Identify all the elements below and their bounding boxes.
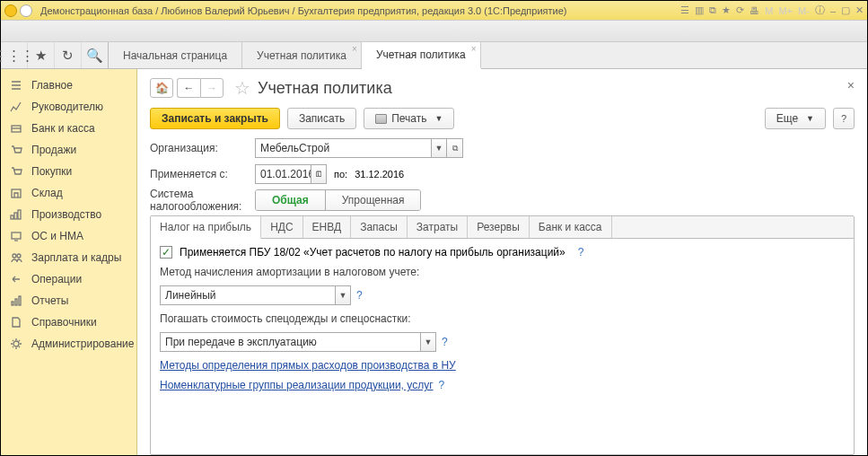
- svg-rect-2: [11, 215, 13, 219]
- sidebar-item-reports[interactable]: Отчеты: [1, 290, 136, 311]
- form-tabs: Налог на прибыль НДС ЕНВД Запасы Затраты…: [151, 216, 854, 239]
- tab-accounting-policy-2[interactable]: Учетная политика×: [362, 42, 481, 69]
- chevron-down-icon[interactable]: ▼: [431, 138, 447, 158]
- date-from[interactable]: 01.01.2016 🗓: [255, 164, 327, 184]
- sidebar-item-catalogs[interactable]: Справочники: [1, 311, 136, 333]
- tab-profit-tax[interactable]: Налог на прибыль: [151, 216, 261, 239]
- spets-combo[interactable]: При передаче в эксплуатацию ▼: [160, 332, 436, 352]
- svg-rect-4: [18, 210, 21, 219]
- svg-rect-3: [14, 213, 17, 219]
- chevron-down-icon[interactable]: ▼: [335, 285, 351, 305]
- menubar: [1, 21, 867, 42]
- minimize-icon[interactable]: –: [830, 5, 836, 16]
- svg-point-7: [17, 254, 21, 258]
- to-label: по:: [334, 169, 347, 180]
- close-icon[interactable]: ×: [352, 45, 357, 54]
- back-button[interactable]: ←: [177, 78, 200, 98]
- help-button[interactable]: ?: [833, 108, 855, 129]
- sidebar-item-admin[interactable]: Администрирование: [1, 333, 136, 355]
- tb-icon-5[interactable]: ⟳: [736, 4, 744, 16]
- tb-icon-6[interactable]: 🖶: [750, 5, 759, 16]
- tab-reserves[interactable]: Резервы: [468, 216, 530, 238]
- sidebar-item-main[interactable]: Главное: [1, 75, 136, 96]
- pbu-label: Применяется ПБУ 18/02 «Учет расчетов по …: [180, 246, 566, 259]
- write-and-close-button[interactable]: Записать и закрыть: [150, 108, 280, 129]
- org-combo[interactable]: МебельСтрой ▼ ⧉: [255, 138, 463, 158]
- sidebar-item-assets[interactable]: ОС и НМА: [1, 225, 136, 247]
- apps-icon[interactable]: ⋮⋮⋮: [1, 42, 28, 68]
- tab-bank[interactable]: Банк и касса: [530, 216, 612, 238]
- tab-accounting-policy-1[interactable]: Учетная политика×: [242, 42, 362, 68]
- tb-icon-mp[interactable]: M+: [778, 5, 793, 16]
- sidebar-item-warehouse[interactable]: Склад: [1, 182, 136, 204]
- close-content-icon[interactable]: ×: [847, 78, 855, 92]
- tb-icon-3[interactable]: ⧉: [709, 4, 716, 16]
- tb-icon-info[interactable]: ⓘ: [815, 4, 825, 17]
- date-to: 31.12.2016: [355, 169, 404, 180]
- calendar-icon[interactable]: 🗓: [311, 164, 327, 184]
- forward-button[interactable]: →: [200, 78, 224, 98]
- amort-label: Метод начисления амортизации в налоговом…: [160, 266, 845, 278]
- tab-costs[interactable]: Затраты: [408, 216, 468, 238]
- sidebar-item-purchases[interactable]: Покупки: [1, 161, 136, 182]
- tabstrip: ⋮⋮⋮ ★ ↻ 🔍 Начальная страница Учетная пол…: [1, 42, 867, 69]
- tab-envd[interactable]: ЕНВД: [303, 216, 352, 238]
- tb-icon-1[interactable]: ☰: [680, 4, 689, 16]
- home-button[interactable]: 🏠: [150, 78, 173, 98]
- sidebar-item-manager[interactable]: Руководителю: [1, 96, 136, 118]
- help-icon[interactable]: ?: [356, 289, 363, 302]
- tax-system-toggle: Общая Упрощенная: [255, 189, 421, 211]
- link-direct-costs[interactable]: Методы определения прямых расходов произ…: [160, 359, 456, 372]
- tax-simple-button[interactable]: Упрощенная: [325, 190, 421, 210]
- favorites-icon[interactable]: ★: [28, 42, 55, 68]
- titlebar: Демонстрационная база / Любинов Валерий …: [1, 1, 867, 21]
- help-icon[interactable]: ?: [439, 379, 445, 391]
- tab-nds[interactable]: НДС: [261, 216, 302, 238]
- sidebar-item-production[interactable]: Производство: [1, 204, 136, 225]
- close-icon[interactable]: ×: [471, 45, 477, 54]
- svg-point-11: [13, 341, 19, 346]
- close-window-icon[interactable]: ✕: [855, 4, 864, 16]
- tax-system-label: Система налогообложения:: [150, 188, 255, 213]
- svg-rect-9: [15, 299, 17, 305]
- open-ref-icon[interactable]: ⧉: [447, 138, 463, 158]
- svg-rect-8: [12, 302, 13, 305]
- svg-rect-10: [19, 296, 21, 305]
- more-button[interactable]: Еще▼: [765, 108, 826, 129]
- printer-icon: [375, 114, 387, 124]
- star-icon[interactable]: ☆: [234, 77, 250, 99]
- tb-icon-m[interactable]: M: [765, 5, 773, 16]
- org-input[interactable]: МебельСтрой: [255, 138, 431, 158]
- help-icon[interactable]: ?: [442, 336, 448, 348]
- window-title: Демонстрационная база / Любинов Валерий …: [40, 5, 567, 16]
- maximize-icon[interactable]: ▢: [841, 4, 850, 16]
- tb-icon-mm[interactable]: M-: [798, 5, 810, 16]
- page-title: Учетная политика: [258, 79, 392, 98]
- tb-icon-2[interactable]: ▥: [695, 4, 704, 16]
- tb-icon-4[interactable]: ★: [722, 4, 731, 16]
- spets-label: Погашать стоимость спецодежды и спецосна…: [160, 312, 845, 325]
- sidebar-item-bank[interactable]: Банк и касса: [1, 118, 136, 139]
- svg-point-6: [13, 254, 16, 258]
- write-button[interactable]: Записать: [287, 108, 356, 129]
- chevron-down-icon[interactable]: ▼: [420, 332, 436, 352]
- history-icon[interactable]: ↻: [55, 42, 82, 68]
- help-icon[interactable]: ?: [578, 246, 584, 259]
- sidebar: Главное Руководителю Банк и касса Продаж…: [1, 69, 137, 455]
- sidebar-item-sales[interactable]: Продажи: [1, 139, 136, 161]
- tab-start[interactable]: Начальная страница: [109, 42, 242, 68]
- pbu-checkbox[interactable]: ✓: [160, 246, 172, 259]
- sidebar-item-operations[interactable]: Операции: [1, 268, 136, 290]
- print-button[interactable]: Печать▼: [364, 108, 454, 129]
- sidebar-item-payroll[interactable]: Зарплата и кадры: [1, 247, 136, 268]
- applies-label: Применяется с:: [150, 168, 255, 180]
- tab-stock[interactable]: Запасы: [351, 216, 408, 238]
- org-label: Организация:: [150, 142, 255, 154]
- tax-general-button[interactable]: Общая: [256, 190, 325, 210]
- dropdown-icon[interactable]: [20, 4, 32, 17]
- amort-combo[interactable]: Линейный ▼: [160, 285, 351, 305]
- link-nomenclature[interactable]: Номенклатурные группы реализации продукц…: [160, 379, 434, 391]
- svg-rect-5: [12, 232, 21, 239]
- app-icon: [4, 4, 17, 17]
- search-icon[interactable]: 🔍: [82, 42, 109, 68]
